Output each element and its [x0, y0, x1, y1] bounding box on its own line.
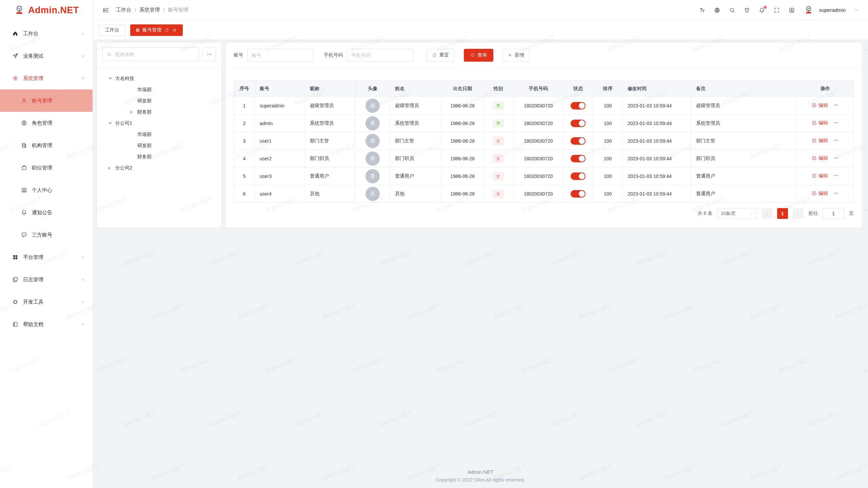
tree-node[interactable]: 分公司2 — [100, 162, 219, 174]
edit-button[interactable]: 编辑 — [812, 102, 828, 108]
edit-button[interactable]: 编辑 — [812, 120, 828, 126]
sidebar-item-notice-announcement[interactable]: 通知公告 — [0, 201, 93, 224]
tab-label: 工作台 — [105, 27, 119, 33]
gender-badge: 男 — [493, 119, 504, 127]
query-label: 查询 — [477, 52, 487, 58]
status-toggle[interactable] — [571, 120, 586, 127]
sidebar-item-workbench[interactable]: 工作台 — [0, 22, 93, 45]
more-actions-icon[interactable] — [833, 138, 839, 143]
edit-icon — [812, 103, 817, 108]
tree-node[interactable]: 研发部 — [100, 140, 219, 151]
sidebar-item-business-test[interactable]: 业务测试 — [0, 45, 93, 67]
footer: Admin.NET Copyright © 2022 Dilon All rig… — [93, 469, 868, 483]
sidebar-item-label: 平台管理 — [23, 254, 81, 261]
reset-button[interactable]: 重置 — [427, 49, 454, 62]
more-actions-icon[interactable] — [833, 120, 839, 125]
sidebar-item-platform-management[interactable]: 平台管理 — [0, 246, 93, 268]
status-toggle[interactable] — [571, 190, 586, 198]
tree-node[interactable]: 大名科技 — [100, 73, 219, 84]
phone-filter-input[interactable] — [347, 49, 413, 62]
add-button[interactable]: 新增 — [502, 49, 530, 62]
cell-modified: 2023-01-03 10:59:44 — [628, 174, 672, 179]
prev-page-button[interactable] — [762, 208, 772, 219]
org-search-input[interactable] — [115, 51, 195, 57]
tree-node[interactable]: 市场部 — [100, 129, 219, 140]
more-actions-icon[interactable] — [833, 102, 839, 108]
toggle-knob — [579, 173, 585, 179]
chevron-up-icon — [81, 76, 85, 81]
chevron-down-icon — [81, 54, 85, 58]
tree-expand-icon[interactable] — [108, 122, 115, 124]
sidebar-item-position-management[interactable]: 职位管理 — [0, 157, 93, 179]
cell-nickname: 普通用户 — [310, 173, 329, 179]
sidebar-item-third-party-account[interactable]: 三方账号 — [0, 224, 93, 246]
tab-workbench[interactable]: 工作台 — [99, 24, 125, 36]
page-size-select[interactable]: 10条/页 — [717, 208, 757, 219]
tree-node[interactable]: 市场部 — [100, 84, 219, 95]
cell-index: 2 — [243, 121, 246, 126]
table-row: 4user2部门职员部部门职员1986-06-28女18020030720100… — [234, 150, 854, 167]
table-row: 2admin系统管理员系系统管理员1986-06-28男180200307201… — [234, 115, 854, 132]
sidebar-item-label: 三方账号 — [32, 232, 85, 238]
theme-icon[interactable] — [744, 7, 750, 13]
tree-expand-icon[interactable] — [108, 78, 115, 80]
chevron-down-icon[interactable] — [854, 8, 859, 12]
more-actions-icon[interactable] — [833, 190, 839, 196]
tree-node[interactable]: 财务部 — [100, 151, 219, 162]
sidebar-item-log-management[interactable]: 日志管理 — [0, 268, 93, 291]
search-icon[interactable] — [729, 7, 735, 13]
status-toggle[interactable] — [571, 155, 586, 162]
sidebar-item-org-management[interactable]: 机构管理 — [0, 134, 93, 157]
chevron-down-icon — [749, 212, 753, 216]
collapse-sidebar-icon[interactable] — [102, 7, 109, 14]
refresh-tab-icon[interactable] — [164, 28, 169, 33]
sidebar-item-label: 通知公告 — [32, 209, 85, 216]
sidebar-item-system-management[interactable]: 系统管理 — [0, 67, 93, 89]
sidebar-item-dev-tools[interactable]: 开发工具 — [0, 291, 93, 313]
edit-button[interactable]: 编辑 — [812, 138, 828, 144]
column-header-sort: 排序 — [593, 81, 623, 97]
edit-button[interactable]: 编辑 — [812, 173, 828, 179]
language-icon[interactable] — [714, 7, 720, 13]
goto-page-input[interactable] — [823, 208, 844, 219]
font-size-icon[interactable] — [699, 7, 705, 13]
edit-button[interactable]: 编辑 — [812, 190, 828, 197]
more-actions-icon[interactable] — [833, 173, 839, 178]
sidebar-item-account-management[interactable]: 账号管理 — [0, 89, 93, 112]
total-count: 共 6 条 — [697, 210, 712, 217]
tree-expand-icon[interactable] — [108, 166, 115, 170]
sidebar-item-role-management[interactable]: 角色管理 — [0, 112, 93, 134]
cell-remark: 普通用户 — [696, 173, 715, 179]
user-avatar[interactable] — [804, 5, 814, 15]
status-toggle[interactable] — [571, 172, 586, 180]
sidebar-item-label: 业务测试 — [23, 53, 81, 59]
status-toggle[interactable] — [571, 102, 586, 109]
sidebar-item-personal-center[interactable]: 个人中心 — [0, 179, 93, 201]
account-filter-input[interactable] — [247, 49, 314, 62]
notification-button[interactable] — [759, 7, 765, 13]
cell-sort: 100 — [604, 138, 612, 144]
tree-more-button[interactable] — [202, 47, 216, 61]
fullscreen-icon[interactable] — [774, 7, 780, 13]
tab-account-management[interactable]: 账号管理 — [130, 24, 183, 36]
tree-node[interactable]: 分公司1 — [100, 118, 219, 129]
more-actions-icon[interactable] — [833, 155, 839, 161]
edit-button[interactable]: 编辑 — [812, 155, 828, 161]
page-1-button[interactable]: 1 — [777, 208, 788, 219]
log-management-icon — [12, 277, 18, 283]
tree-node[interactable]: 财务部 — [100, 106, 219, 118]
tab-label: 账号管理 — [142, 27, 161, 33]
table-header-row: 序号账号昵称头像姓名出生日期性别手机号码状态排序修改时间备注操作 — [234, 81, 854, 97]
tree-expand-icon[interactable] — [131, 110, 137, 114]
close-tab-icon[interactable] — [172, 28, 177, 33]
next-page-button[interactable] — [793, 208, 804, 219]
query-button[interactable]: 查询 — [464, 49, 493, 62]
notice-announcement-icon — [21, 209, 27, 216]
breadcrumb-item[interactable]: 系统管理 — [139, 7, 160, 13]
status-toggle[interactable] — [571, 137, 586, 145]
sidebar-item-help-docs[interactable]: 帮助文档 — [0, 313, 93, 336]
profile-icon[interactable] — [789, 7, 795, 13]
username[interactable]: superadmin — [819, 7, 846, 13]
breadcrumb-item[interactable]: 工作台 — [116, 7, 131, 13]
tree-node[interactable]: 研发部 — [100, 95, 219, 106]
